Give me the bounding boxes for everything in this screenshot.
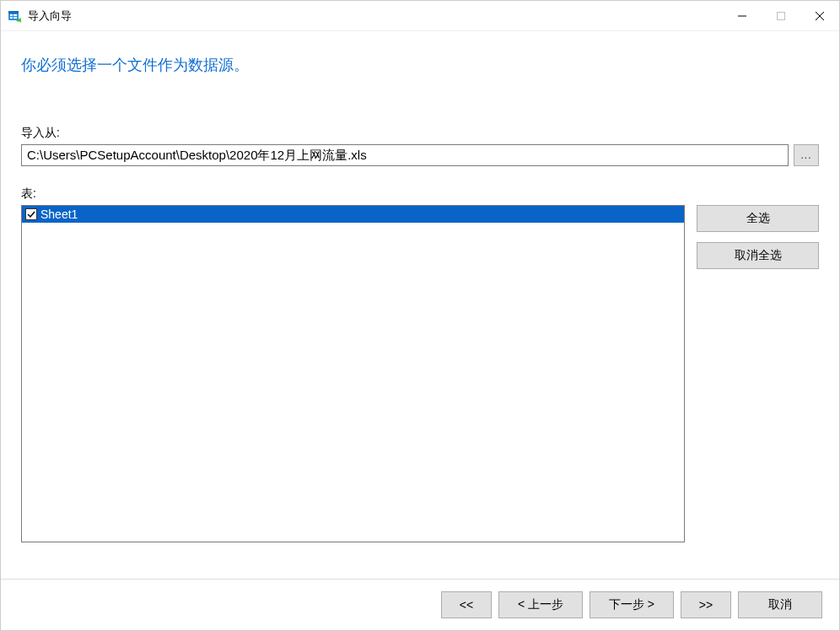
tables-section: Sheet1 全选 取消全选 (21, 205, 819, 542)
browse-button[interactable]: ... (794, 144, 819, 166)
last-button[interactable]: >> (681, 591, 731, 618)
cancel-button[interactable]: 取消 (738, 591, 822, 618)
import-from-input[interactable] (21, 144, 789, 166)
page-heading: 你必须选择一个文件作为数据源。 (21, 55, 819, 75)
svg-rect-7 (778, 12, 785, 19)
tables-side-buttons: 全选 取消全选 (697, 205, 819, 542)
next-button[interactable]: 下一步 > (590, 591, 674, 618)
svg-rect-4 (10, 17, 13, 19)
svg-rect-1 (8, 11, 19, 13)
svg-rect-3 (13, 14, 17, 16)
content-area: 你必须选择一个文件作为数据源。 导入从: ... 表: Sheet1 全选 取消… (1, 31, 839, 579)
wizard-footer: << < 上一步 下一步 > >> 取消 (1, 579, 839, 630)
tables-label: 表: (21, 186, 819, 202)
close-button[interactable] (800, 1, 839, 30)
select-all-button[interactable]: 全选 (697, 205, 819, 232)
app-icon (8, 9, 21, 23)
tables-listbox[interactable]: Sheet1 (21, 205, 685, 542)
table-row[interactable]: Sheet1 (22, 206, 684, 223)
previous-button[interactable]: < 上一步 (498, 591, 583, 618)
table-name: Sheet1 (40, 208, 78, 221)
window-controls (723, 1, 839, 30)
import-from-label: 导入从: (21, 126, 819, 141)
table-checkbox[interactable] (25, 208, 37, 220)
maximize-button (762, 1, 800, 30)
svg-rect-5 (13, 17, 17, 19)
import-from-row: ... (21, 144, 819, 166)
deselect-all-button[interactable]: 取消全选 (697, 242, 819, 269)
minimize-button[interactable] (723, 1, 762, 30)
titlebar: 导入向导 (1, 1, 839, 31)
svg-rect-2 (10, 14, 13, 16)
first-button[interactable]: << (441, 591, 492, 618)
window-title: 导入向导 (28, 8, 72, 24)
